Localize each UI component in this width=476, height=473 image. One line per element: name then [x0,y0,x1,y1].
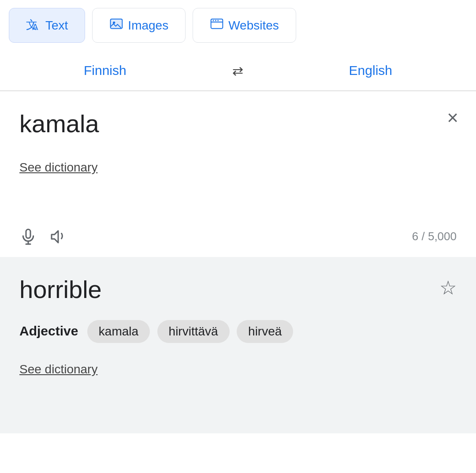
source-see-dictionary-link[interactable]: See dictionary [19,160,97,175]
output-text: horrible [19,275,102,304]
char-count: 6 / 5,000 [412,230,457,243]
microphone-icon [19,228,37,246]
target-language-button[interactable]: English [340,60,401,82]
chip-1[interactable]: hirvittävä [157,320,230,343]
text-icon: 文 A [26,16,41,34]
adjective-section: Adjective kamala hirvittävä hirveä [19,320,457,347]
output-header: horrible ☆ [19,275,457,304]
svg-point-8 [215,20,216,21]
output-panel: horrible ☆ Adjective kamala hirvittävä h… [0,257,476,433]
svg-rect-5 [211,19,223,28]
source-language-button[interactable]: Finnish [75,60,135,82]
input-footer: 6 / 5,000 [0,219,476,257]
tab-images[interactable]: Images [92,8,186,43]
swap-languages-icon[interactable]: ⇄ [232,63,243,78]
microphone-button[interactable] [19,228,37,246]
tab-text[interactable]: 文 A Text [9,8,85,43]
images-icon [109,17,123,34]
input-panel: kamala × See dictionary [0,91,476,219]
tab-images-label: Images [128,19,168,33]
tab-websites-label: Websites [228,19,279,33]
output-see-dictionary-link[interactable]: See dictionary [19,362,97,376]
svg-point-9 [218,20,219,21]
tab-websites[interactable]: Websites [193,8,296,43]
clear-button[interactable]: × [447,108,458,127]
favorite-button[interactable]: ☆ [439,276,457,299]
adjective-label: Adjective [19,324,78,339]
input-text[interactable]: kamala [19,109,457,138]
svg-rect-10 [26,229,30,238]
svg-point-7 [213,20,214,21]
chip-2[interactable]: hirveä [237,320,293,343]
speaker-icon [49,228,67,246]
svg-text:A: A [32,22,38,31]
language-bar: Finnish ⇄ English [0,51,476,90]
input-actions [19,228,67,246]
tab-text-label: Text [45,19,68,33]
speaker-button[interactable] [49,228,67,246]
websites-icon [210,17,224,34]
chip-0[interactable]: kamala [87,320,150,343]
tab-bar: 文 A Text Images Websites [0,0,476,51]
